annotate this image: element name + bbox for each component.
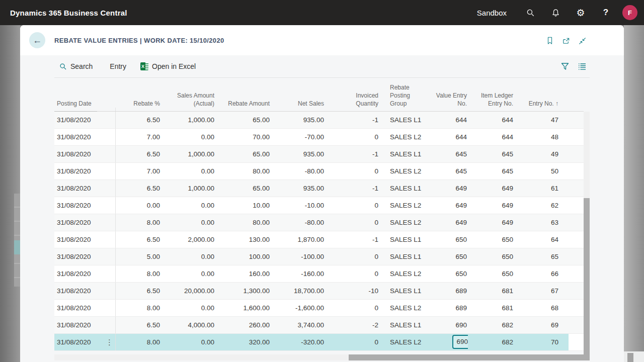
collapse-icon[interactable] bbox=[578, 37, 587, 45]
column-header-sales-amount[interactable]: Sales Amount (Actual) bbox=[161, 92, 215, 111]
cell-rebate-pct[interactable]: 6.50 bbox=[116, 180, 161, 197]
cell-sales-amount[interactable]: 0.00 bbox=[161, 248, 215, 265]
cell-sales-amount[interactable]: 1,000.00 bbox=[161, 112, 215, 128]
cell-invoiced-qty[interactable]: 0 bbox=[325, 300, 379, 316]
table-row[interactable]: 31/08/20206.5020,000.001,300.0018,700.00… bbox=[54, 283, 584, 300]
bookmark-icon[interactable] bbox=[546, 36, 554, 45]
cell-sales-amount[interactable]: 0.00 bbox=[161, 163, 215, 179]
focused-cell-editor[interactable]: 690 bbox=[452, 335, 468, 349]
cell-invoiced-qty[interactable]: 0 bbox=[325, 265, 379, 282]
table-row[interactable]: 31/08/20207.000.0080.00-80.000SALES L264… bbox=[54, 163, 584, 180]
cell-posting-date[interactable]: 31/08/2020 bbox=[54, 317, 104, 333]
cell-net-sales[interactable]: -160.00 bbox=[271, 265, 325, 282]
cell-posting-date[interactable]: 31/08/2020 bbox=[54, 283, 104, 299]
cell-rebate-pct[interactable]: 6.50 bbox=[116, 146, 161, 162]
cell-sales-amount[interactable]: 0.00 bbox=[161, 300, 215, 316]
open-in-excel-button[interactable]: X Open in Excel bbox=[140, 62, 196, 70]
cell-value-entry-no[interactable]: 650 bbox=[432, 248, 468, 265]
cell-rebate-amount[interactable]: 130.00 bbox=[215, 231, 271, 248]
cell-rebate-posting-group[interactable]: SALES L2 bbox=[379, 300, 432, 316]
cell-rebate-pct[interactable]: 6.50 bbox=[116, 317, 161, 333]
cell-sales-amount[interactable]: 1,000.00 bbox=[161, 146, 215, 162]
cell-item-ledger-entry-no[interactable]: 649 bbox=[468, 180, 514, 197]
cell-sales-amount[interactable]: 0.00 bbox=[161, 334, 215, 350]
table-row[interactable]: 31/08/20206.504,000.00260.003,740.00-2SA… bbox=[54, 317, 584, 334]
cell-entry-no[interactable]: 68 bbox=[514, 300, 559, 316]
app-title[interactable]: Dynamics 365 Business Central bbox=[10, 9, 127, 17]
cell-rebate-posting-group[interactable]: SALES L2 bbox=[379, 214, 432, 231]
cell-invoiced-qty[interactable]: 0 bbox=[325, 197, 379, 214]
cell-item-ledger-entry-no[interactable]: 649 bbox=[468, 214, 514, 231]
cell-posting-date[interactable]: 31/08/2020 bbox=[54, 129, 104, 145]
cell-net-sales[interactable]: -10.00 bbox=[271, 197, 325, 214]
cell-item-ledger-entry-no[interactable]: 650 bbox=[468, 248, 514, 265]
cell-invoiced-qty[interactable]: -10 bbox=[325, 283, 379, 299]
cell-net-sales[interactable]: 18,700.00 bbox=[271, 283, 325, 299]
cell-rebate-amount[interactable]: 10.00 bbox=[215, 197, 271, 214]
cell-rebate-pct[interactable]: 8.00 bbox=[116, 300, 161, 316]
cell-rebate-amount[interactable]: 70.00 bbox=[215, 129, 271, 145]
column-header-entry-no[interactable]: Entry No. ↑ bbox=[514, 100, 559, 111]
cell-sales-amount[interactable]: 2,000.00 bbox=[161, 231, 215, 248]
cell-rebate-amount[interactable]: 65.00 bbox=[215, 112, 271, 128]
table-row[interactable]: 31/08/20205.000.00100.00-100.000SALES L1… bbox=[54, 248, 584, 265]
back-button[interactable]: ← bbox=[29, 32, 45, 48]
cell-rebate-amount[interactable]: 65.00 bbox=[215, 146, 271, 162]
cell-net-sales[interactable]: -1,600.00 bbox=[271, 300, 325, 316]
search-icon[interactable] bbox=[518, 9, 543, 17]
cell-item-ledger-entry-no[interactable]: 645 bbox=[468, 146, 514, 162]
column-header-item-ledger-entry-no[interactable]: Item Ledger Entry No. bbox=[468, 92, 514, 111]
cell-entry-no[interactable]: 63 bbox=[514, 214, 559, 231]
cell-invoiced-qty[interactable]: 0 bbox=[325, 129, 379, 145]
cell-value-entry-no[interactable]: 645 bbox=[432, 146, 468, 162]
cell-entry-no[interactable]: 70 bbox=[514, 334, 559, 350]
cell-posting-date[interactable]: 31/08/2020 bbox=[54, 180, 104, 197]
cell-rebate-pct[interactable]: 5.00 bbox=[116, 248, 161, 265]
vertical-scrollbar-thumb[interactable] bbox=[584, 198, 590, 354]
settings-gear-icon[interactable]: ⚙ bbox=[568, 8, 593, 18]
cell-rebate-pct[interactable]: 8.00 bbox=[116, 214, 161, 231]
cell-item-ledger-entry-no[interactable]: 682 bbox=[468, 334, 514, 350]
cell-entry-no[interactable]: 66 bbox=[514, 265, 559, 282]
cell-invoiced-qty[interactable]: 0 bbox=[325, 248, 379, 265]
cell-rebate-posting-group[interactable]: SALES L1 bbox=[379, 231, 432, 248]
cell-entry-no[interactable]: 50 bbox=[514, 163, 559, 179]
cell-sales-amount[interactable]: 0.00 bbox=[161, 197, 215, 214]
cell-rebate-posting-group[interactable]: SALES L2 bbox=[379, 129, 432, 145]
cell-net-sales[interactable]: -70.00 bbox=[271, 129, 325, 145]
cell-net-sales[interactable]: -320.00 bbox=[271, 334, 325, 350]
cell-item-ledger-entry-no[interactable]: 644 bbox=[468, 129, 514, 145]
help-icon[interactable]: ? bbox=[593, 8, 618, 18]
cell-rebate-posting-group[interactable]: SALES L1 bbox=[379, 317, 432, 333]
cell-posting-date[interactable]: 31/08/2020 bbox=[54, 334, 104, 350]
cell-rebate-posting-group[interactable]: SALES L1 bbox=[379, 146, 432, 162]
cell-posting-date[interactable]: 31/08/2020 bbox=[54, 197, 104, 214]
entry-menu-button[interactable]: Entry bbox=[110, 62, 126, 70]
cell-value-entry-no[interactable]: 689 bbox=[432, 300, 468, 316]
cell-rebate-amount[interactable]: 80.00 bbox=[215, 214, 271, 231]
cell-rebate-posting-group[interactable]: SALES L1 bbox=[379, 248, 432, 265]
cell-rebate-amount[interactable]: 100.00 bbox=[215, 248, 271, 265]
cell-net-sales[interactable]: 935.00 bbox=[271, 180, 325, 197]
cell-item-ledger-entry-no[interactable]: 644 bbox=[468, 112, 514, 128]
column-header-value-entry-no[interactable]: Value Entry No. bbox=[432, 92, 468, 111]
cell-invoiced-qty[interactable]: -1 bbox=[325, 180, 379, 197]
cell-rebate-amount[interactable]: 1,600.00 bbox=[215, 300, 271, 316]
cell-posting-date[interactable]: 31/08/2020 bbox=[54, 112, 104, 128]
cell-rebate-amount[interactable]: 1,300.00 bbox=[215, 283, 271, 299]
cell-net-sales[interactable]: 935.00 bbox=[271, 112, 325, 128]
column-header-rebate-posting-group[interactable]: Rebate Posting Group bbox=[379, 83, 432, 111]
cell-rebate-amount[interactable]: 80.00 bbox=[215, 163, 271, 179]
table-row[interactable]: 31/08/20208.000.00160.00-160.000SALES L2… bbox=[54, 265, 584, 283]
cell-entry-no[interactable]: 48 bbox=[514, 129, 559, 145]
column-header-invoiced-qty[interactable]: Invoiced Quantity bbox=[325, 92, 379, 111]
table-row[interactable]: 31/08/20206.501,000.0065.00935.00-1SALES… bbox=[54, 180, 584, 197]
cell-sales-amount[interactable]: 4,000.00 bbox=[161, 317, 215, 333]
cell-rebate-amount[interactable]: 160.00 bbox=[215, 265, 271, 282]
cell-posting-date[interactable]: 31/08/2020 bbox=[54, 214, 104, 231]
cell-item-ledger-entry-no[interactable]: 650 bbox=[468, 231, 514, 248]
cell-posting-date[interactable]: 31/08/2020 bbox=[54, 146, 104, 162]
column-header-posting-date[interactable]: Posting Date bbox=[54, 100, 104, 111]
column-header-rebate-pct[interactable]: Rebate % bbox=[116, 100, 161, 111]
cell-rebate-posting-group[interactable]: SALES L2 bbox=[379, 197, 432, 214]
